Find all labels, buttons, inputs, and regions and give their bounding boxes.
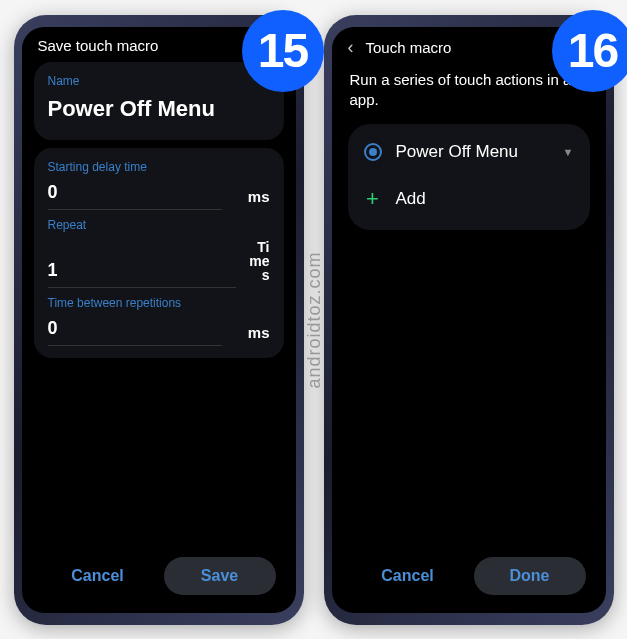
radio-icon[interactable] [364, 143, 382, 161]
done-button[interactable]: Done [474, 557, 586, 595]
repeat-input[interactable]: 1 [48, 260, 236, 288]
phone-frame-right: 16 ‹ Touch macro Run a series of touch a… [324, 15, 614, 625]
back-icon[interactable]: ‹ [348, 37, 354, 58]
name-label: Name [48, 74, 270, 88]
between-label: Time between repetitions [48, 296, 270, 310]
page-title: Touch macro [366, 39, 452, 56]
name-input[interactable]: Power Off Menu [48, 96, 270, 128]
plus-icon: + [364, 186, 382, 212]
macro-list: Power Off Menu ▼ + Add [348, 124, 590, 230]
repeat-unit: Times [246, 240, 270, 288]
repeat-label: Repeat [48, 218, 270, 232]
name-card: Name Power Off Menu [34, 62, 284, 140]
save-button[interactable]: Save [164, 557, 276, 595]
phone-frame-left: 15 Save touch macro Name Power Off Menu … [14, 15, 304, 625]
settings-card: Starting delay time 0 ms Repeat 1 Times [34, 148, 284, 358]
between-input[interactable]: 0 [48, 318, 222, 346]
add-row[interactable]: + Add [348, 174, 590, 224]
step-badge-15: 15 [242, 10, 324, 92]
delay-unit: ms [232, 189, 270, 210]
watermark-text: androidtoz.com [303, 251, 324, 388]
cancel-button[interactable]: Cancel [42, 557, 154, 595]
add-label: Add [396, 189, 426, 209]
cancel-button[interactable]: Cancel [352, 557, 464, 595]
chevron-down-icon[interactable]: ▼ [563, 146, 574, 158]
macro-item[interactable]: Power Off Menu ▼ [348, 130, 590, 174]
between-unit: ms [232, 325, 270, 346]
delay-label: Starting delay time [48, 160, 270, 174]
delay-input[interactable]: 0 [48, 182, 222, 210]
macro-item-label: Power Off Menu [396, 142, 519, 162]
step-badge-16: 16 [552, 10, 628, 92]
